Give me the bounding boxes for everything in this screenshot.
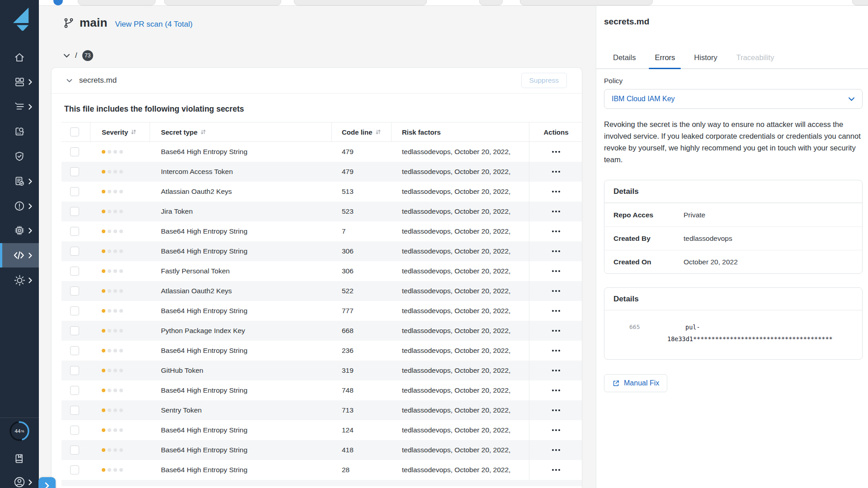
more-actions-button[interactable] bbox=[550, 307, 562, 314]
more-actions-button[interactable] bbox=[550, 387, 562, 394]
row-checkbox[interactable] bbox=[70, 247, 79, 256]
more-actions-button[interactable] bbox=[550, 208, 562, 215]
browser-chrome-strip bbox=[39, 0, 868, 6]
row-checkbox[interactable] bbox=[70, 286, 79, 296]
table-row[interactable]: Base64 High Entropy String 777 tedlassod… bbox=[61, 301, 582, 321]
row-checkbox[interactable] bbox=[70, 207, 79, 216]
table-row[interactable]: Base64 High Entropy String 236 tedlassod… bbox=[61, 341, 582, 361]
severity-dot-active bbox=[102, 369, 105, 372]
git-branch-icon bbox=[63, 17, 74, 29]
row-checkbox[interactable] bbox=[70, 306, 79, 315]
more-actions-button[interactable] bbox=[550, 228, 562, 235]
select-all-checkbox[interactable] bbox=[70, 127, 79, 136]
sidebar-item-alerts[interactable] bbox=[0, 194, 39, 218]
table-row[interactable]: Base64 High Entropy String 306 tedlassod… bbox=[61, 241, 582, 261]
table-row[interactable]: Base64 High Entropy String 7 tedlassodev… bbox=[61, 221, 582, 241]
table-row[interactable]: Base64 High Entropy String 28 tedlassode… bbox=[61, 460, 582, 480]
sidebar-item-projects[interactable] bbox=[0, 70, 39, 94]
column-header-severity[interactable]: Severity bbox=[90, 122, 150, 141]
suppress-button[interactable]: Suppress bbox=[521, 73, 567, 88]
row-checkbox[interactable] bbox=[70, 366, 79, 375]
row-checkbox[interactable] bbox=[70, 446, 79, 455]
collapse-chevron-icon[interactable] bbox=[63, 53, 70, 58]
policy-label: Policy bbox=[604, 77, 623, 85]
row-checkbox[interactable] bbox=[70, 227, 79, 236]
row-checkbox[interactable] bbox=[70, 426, 79, 435]
tab-details[interactable]: Details bbox=[613, 53, 636, 68]
sidebar-item-security[interactable] bbox=[0, 144, 39, 169]
table-row[interactable]: GitHub Token 319 tedlassodevops, October… bbox=[61, 361, 582, 380]
branch-name: main bbox=[80, 16, 107, 30]
severity-dot bbox=[119, 389, 123, 392]
table-row[interactable]: Atlassian Oauth2 Keys 513 tedlassodevops… bbox=[61, 182, 582, 202]
row-checkbox[interactable] bbox=[70, 147, 79, 156]
row-checkbox[interactable] bbox=[70, 187, 79, 196]
more-actions-button[interactable] bbox=[550, 367, 562, 374]
more-actions-button[interactable] bbox=[550, 407, 562, 414]
column-header-code-line[interactable]: Code line bbox=[332, 122, 392, 141]
sidebar-item-home[interactable] bbox=[0, 45, 39, 70]
sidebar-item-docs[interactable] bbox=[0, 446, 39, 471]
table-row[interactable]: Atlassian Oauth2 Keys 522 tedlassodevops… bbox=[61, 281, 582, 301]
row-checkbox[interactable] bbox=[70, 386, 79, 395]
more-actions-button[interactable] bbox=[550, 466, 562, 474]
sidebar-item-scan[interactable] bbox=[0, 119, 39, 144]
sidebar-item-settings[interactable] bbox=[0, 268, 39, 292]
sidebar-expand-button[interactable] bbox=[38, 477, 56, 488]
more-actions-button[interactable] bbox=[550, 267, 562, 275]
risk-factors-cell: tedlassodevops, October 20, 2022, bbox=[392, 460, 529, 480]
severity-dot bbox=[113, 329, 117, 333]
sidebar-item-code[interactable] bbox=[0, 243, 39, 267]
table-row[interactable]: Fastly Personal Token 306 tedlassodevops… bbox=[61, 261, 582, 281]
more-actions-button[interactable] bbox=[550, 446, 562, 454]
table-row[interactable]: Base64 High Entropy String 124 tedlassod… bbox=[61, 420, 582, 440]
policy-dropdown[interactable]: IBM Cloud IAM Key bbox=[604, 89, 863, 109]
row-checkbox[interactable] bbox=[70, 267, 79, 276]
tab-errors[interactable]: Errors bbox=[655, 53, 675, 68]
more-actions-button[interactable] bbox=[550, 427, 562, 434]
more-actions-button[interactable] bbox=[550, 248, 562, 255]
secret-type-cell: Base64 High Entropy String bbox=[150, 426, 332, 434]
details-box-title: Details bbox=[604, 180, 862, 203]
risk-factors-cell: tedlassodevops, October 20, 2022, bbox=[392, 221, 529, 241]
sidebar-item-inventory[interactable] bbox=[0, 94, 39, 119]
tab-history[interactable]: History bbox=[694, 53, 717, 68]
row-checkbox[interactable] bbox=[70, 406, 79, 415]
table-row[interactable]: Base64 High Entropy String 479 tedlassod… bbox=[61, 142, 582, 162]
row-checkbox[interactable] bbox=[70, 346, 79, 355]
row-checkbox[interactable] bbox=[70, 167, 79, 176]
table-row[interactable]: Intercom Access Token 479 tedlassodevops… bbox=[61, 162, 582, 182]
table-row[interactable]: Jira Token 523 tedlassodevops, October 2… bbox=[61, 202, 582, 221]
more-actions-button[interactable] bbox=[550, 168, 562, 175]
browser-chrome-remnant bbox=[479, 0, 503, 5]
more-actions-button[interactable] bbox=[550, 287, 562, 295]
manual-fix-button[interactable]: Manual Fix bbox=[604, 374, 667, 392]
column-header-actions: Actions bbox=[529, 122, 582, 141]
column-header-secret-type[interactable]: Secret type bbox=[150, 122, 332, 141]
table-row[interactable]: Base64 High Entropy String 748 tedlassod… bbox=[61, 380, 582, 400]
row-checkbox[interactable] bbox=[70, 465, 79, 474]
more-actions-button[interactable] bbox=[550, 188, 562, 195]
tab-traceability[interactable]: Traceability bbox=[736, 53, 774, 68]
row-checkbox[interactable] bbox=[70, 326, 79, 335]
secret-type-cell: Base64 High Entropy String bbox=[150, 466, 332, 474]
more-actions-button[interactable] bbox=[550, 327, 562, 334]
external-link-icon bbox=[612, 380, 620, 387]
sidebar-item-account[interactable] bbox=[0, 470, 39, 488]
table-row[interactable]: Python Package Index Key 668 tedlassodev… bbox=[61, 321, 582, 341]
table-row[interactable]: Sentry Token 713 tedlassodevops, October… bbox=[61, 400, 582, 420]
collapse-chevron-icon[interactable] bbox=[66, 79, 72, 83]
more-actions-button[interactable] bbox=[550, 148, 562, 155]
code-snippet: 665 pul- 18e33d1************************… bbox=[604, 310, 862, 345]
severity-dot bbox=[113, 408, 117, 412]
severity-dot bbox=[108, 230, 111, 233]
more-actions-button[interactable] bbox=[550, 347, 562, 354]
severity-indicator bbox=[90, 289, 150, 293]
table-row[interactable]: Base64 High Entropy String 418 tedlassod… bbox=[61, 440, 582, 460]
view-pr-scan-link[interactable]: View PR scan (4 Total) bbox=[115, 20, 192, 29]
severity-dot-active bbox=[102, 289, 105, 293]
sidebar-item-integrations[interactable] bbox=[0, 218, 39, 243]
sidebar-item-reports[interactable] bbox=[0, 169, 39, 193]
details-row-value: October 20, 2022 bbox=[684, 258, 738, 266]
severity-dot-active bbox=[102, 408, 105, 412]
